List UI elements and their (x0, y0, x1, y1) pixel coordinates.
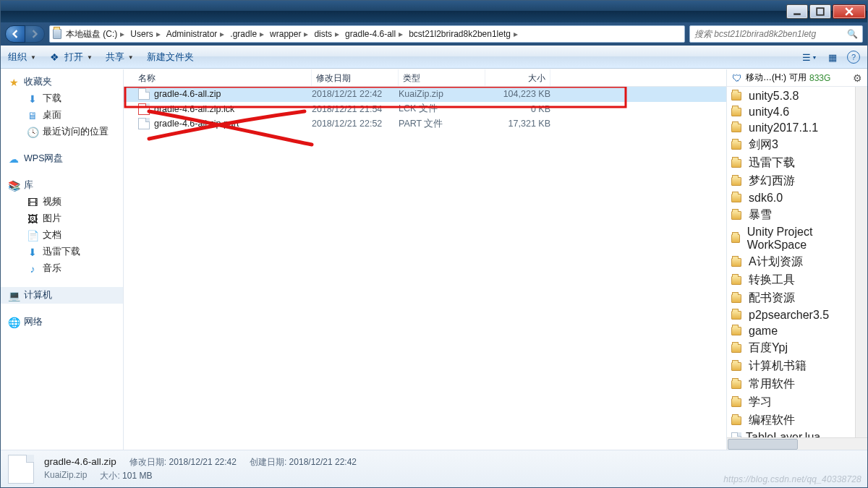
window-buttons (785, 4, 866, 19)
file-date: 2018/12/21 22:52 (312, 119, 399, 129)
file-row[interactable]: gradle-4.6-all.zip.lck 2018/12/21 21:54 … (124, 102, 726, 117)
drive-item[interactable]: A计划资源 (727, 253, 855, 271)
drive-item[interactable]: TableLayer.lua (727, 429, 855, 437)
newfolder-button[interactable]: 新建文件夹 (147, 51, 194, 64)
addressbar: 本地磁盘 (C:)▸ Users▸ Administrator▸ .gradle… (1, 22, 867, 46)
drive-item[interactable]: 暴雪 (727, 206, 855, 224)
drive-item[interactable]: 迅雷下载 (727, 154, 855, 172)
network-header[interactable]: 🌐网络 (1, 314, 123, 330)
search-input[interactable] (694, 29, 844, 39)
folder-icon (731, 194, 741, 202)
drive-item[interactable]: 常用软件 (727, 375, 855, 393)
folder-icon (731, 344, 741, 353)
preview-pane-button[interactable]: ▦ (824, 49, 841, 65)
vertical-scrollbar[interactable] (855, 87, 867, 437)
favorites-header[interactable]: ★收藏夹 (1, 74, 123, 90)
drive-item[interactable]: sdk6.0 (727, 190, 855, 206)
drive-item[interactable]: 配书资源 (727, 289, 855, 307)
folder-icon (731, 159, 741, 168)
drive-item[interactable]: p2psearcher3.5 (727, 307, 855, 323)
col-type[interactable]: 类型 (399, 69, 485, 86)
search-box[interactable]: 🔍 (689, 25, 863, 43)
file-row[interactable]: gradle-4.6-all.zip.part 2018/12/21 22:52… (124, 116, 726, 132)
details-bar: gradle-4.6-all.zip 修改日期: 2018/12/21 22:4… (1, 450, 867, 487)
drive-item[interactable]: unity4.6 (727, 104, 855, 120)
drive-item[interactable]: 学习 (727, 393, 855, 411)
crumb-4[interactable]: wrapper▸ (268, 29, 312, 39)
right-pane: 🛡 移动…(H:) 可用 833G ⚙ unity5.3.8unity4.6un… (726, 69, 867, 450)
minimize-button[interactable] (786, 4, 808, 19)
crumb-6[interactable]: gradle-4.6-all▸ (344, 29, 407, 39)
file-icon (138, 103, 150, 115)
folder-icon (731, 276, 741, 285)
lib-xunlei[interactable]: ⬇迅雷下载 (1, 244, 123, 260)
crumb-5[interactable]: dists▸ (312, 29, 344, 39)
drive-item[interactable]: 剑网3 (727, 136, 855, 154)
organize-menu[interactable]: 组织▼ (8, 51, 36, 64)
fav-desktop[interactable]: 🖥桌面 (1, 107, 123, 124)
col-size[interactable]: 大小 (485, 69, 550, 86)
drive-item[interactable]: 编程软件 (727, 411, 855, 429)
folder-icon (731, 108, 741, 116)
col-name[interactable]: 名称 (124, 69, 312, 86)
open-menu[interactable]: ❖打开▼ (49, 51, 93, 64)
drive-name: 移动…(H:) (746, 72, 786, 84)
drive-item[interactable]: 梦幻西游 (727, 172, 855, 190)
toolbar: 组织▼ ❖打开▼ 共享▼ 新建文件夹 ☰▼ ▦ ? (1, 46, 867, 69)
download-icon: ⬇ (27, 93, 38, 105)
drive-item[interactable]: 转换工具 (727, 271, 855, 289)
close-button[interactable] (833, 4, 866, 19)
lib-docs[interactable]: 📄文档 (1, 227, 123, 244)
file-thumbnail (8, 455, 34, 484)
doc-icon: 📄 (27, 230, 38, 241)
recent-icon: 🕓 (27, 127, 38, 138)
folder-icon (731, 177, 741, 186)
gear-icon[interactable]: ⚙ (851, 72, 863, 84)
breadcrumb[interactable]: 本地磁盘 (C:)▸ Users▸ Administrator▸ .gradle… (49, 25, 685, 43)
share-menu[interactable]: 共享▼ (106, 51, 134, 64)
folder-icon (731, 124, 741, 132)
help-button[interactable]: ? (847, 51, 860, 64)
lib-video[interactable]: 🎞视频 (1, 194, 123, 210)
forward-button[interactable] (25, 25, 45, 43)
file-row[interactable]: gradle-4.6-all.zip 2018/12/21 22:42 Kuai… (124, 87, 726, 102)
fav-recent[interactable]: 🕓最近访问的位置 (1, 124, 123, 140)
drive-icon (53, 28, 64, 40)
wps-header[interactable]: ☁WPS网盘 (1, 150, 123, 167)
maximize-button[interactable] (809, 4, 831, 19)
crumb-0[interactable]: 本地磁盘 (C:)▸ (64, 28, 129, 40)
horizontal-scrollbar[interactable] (727, 437, 867, 450)
lib-music[interactable]: ♪音乐 (1, 260, 123, 277)
drive-item[interactable]: 计算机书籍 (727, 357, 855, 375)
drive-item[interactable]: 百度Ypj (727, 339, 855, 357)
file-size: 17,321 KB (485, 119, 550, 129)
crumb-1[interactable]: Users▸ (129, 29, 164, 39)
window: 本地磁盘 (C:)▸ Users▸ Administrator▸ .gradle… (0, 0, 868, 488)
computer-header[interactable]: 💻计算机 (1, 287, 123, 304)
col-date[interactable]: 修改日期 (312, 69, 399, 86)
folder-icon (731, 380, 741, 389)
crumb-7[interactable]: bcst21l2brirad8k2ben1letg▸ (407, 29, 522, 39)
crumb-3[interactable]: .gradle▸ (229, 29, 268, 39)
network-icon: 🌐 (8, 317, 20, 328)
music-icon: ♪ (27, 263, 38, 275)
open-icon: ❖ (49, 51, 61, 63)
drive-item[interactable]: unity5.3.8 (727, 88, 855, 104)
file-icon (138, 88, 150, 100)
drive-item[interactable]: unity2017.1.1 (727, 120, 855, 136)
lib-pictures[interactable]: 🖼图片 (1, 210, 123, 227)
folder-icon (731, 294, 741, 303)
view-menu[interactable]: ☰▼ (801, 49, 818, 65)
desktop-icon: 🖥 (27, 110, 38, 121)
drive-item[interactable]: game (727, 323, 855, 339)
file-type: LCK 文件 (399, 103, 485, 115)
back-button[interactable] (5, 25, 25, 43)
xunlei-icon: ⬇ (27, 247, 38, 258)
drive-item[interactable]: Unity Project WorkSpace (727, 224, 855, 253)
details-size-label: 大小: (100, 471, 119, 481)
crumb-2[interactable]: Administrator▸ (165, 29, 229, 39)
fav-downloads[interactable]: ⬇下载 (1, 90, 123, 107)
titlebar (1, 1, 867, 22)
libraries-header[interactable]: 📚库 (1, 177, 123, 194)
folder-icon (731, 311, 741, 320)
